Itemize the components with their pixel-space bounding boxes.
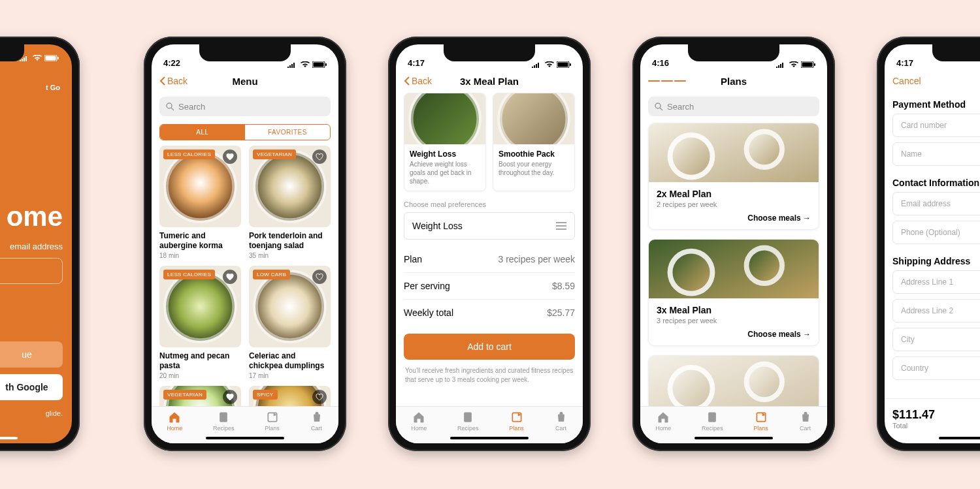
plan-card[interactable]: 2x Meal Plan 2 recipes per week Choose m… bbox=[648, 123, 819, 230]
preference-select[interactable]: Weight Loss bbox=[404, 212, 575, 240]
svg-point-35 bbox=[500, 93, 568, 144]
preference-card[interactable]: Weight LossAchieve weight loss goals and… bbox=[404, 93, 486, 191]
svg-rect-27 bbox=[268, 413, 276, 421]
continue-button[interactable]: ue bbox=[0, 341, 63, 368]
segment-all[interactable]: ALL bbox=[160, 125, 245, 140]
svg-point-56 bbox=[672, 370, 710, 406]
back-button[interactable]: Back bbox=[404, 76, 432, 86]
welcome-heading: ome bbox=[0, 201, 63, 232]
recipe-tag: VEGETARIAN bbox=[163, 390, 206, 400]
favorite-button[interactable] bbox=[223, 270, 237, 284]
tab-cart[interactable]: Cart bbox=[799, 411, 812, 432]
tab-plans[interactable]: Plans bbox=[265, 411, 280, 432]
country-field[interactable]: Country bbox=[892, 356, 980, 380]
status-time: 4:16 bbox=[652, 58, 669, 68]
tab-plans[interactable]: Plans bbox=[753, 411, 768, 432]
back-button[interactable]: Back bbox=[159, 76, 188, 86]
recipe-tag: LESS CALORIES bbox=[163, 150, 215, 159]
tab-home[interactable]: Home bbox=[167, 411, 182, 432]
name-field[interactable]: Name bbox=[892, 142, 980, 166]
cancel-button[interactable]: Cancel bbox=[892, 76, 921, 86]
email-field[interactable]: Email address bbox=[892, 192, 980, 215]
recipe-time: 17 min bbox=[249, 372, 331, 379]
preference-card[interactable]: Smoothie PackBoost your energy throughou… bbox=[493, 93, 575, 191]
plan-card[interactable]: 3x Meal Plan 3 recipes per week Choose m… bbox=[648, 239, 819, 346]
tab-cart[interactable]: Cart bbox=[555, 411, 568, 432]
plan-title: 3x Meal Plan bbox=[657, 305, 811, 315]
search-icon bbox=[655, 103, 663, 111]
plan-row: Per serving$8.59 bbox=[404, 273, 575, 300]
address1-field[interactable]: Address Line 1 bbox=[892, 270, 980, 294]
recipe-card[interactable]: LOW CARB Celeriac and chickpea dumplings… bbox=[249, 266, 331, 379]
tab-home[interactable]: Home bbox=[411, 411, 427, 432]
heart-icon bbox=[226, 153, 234, 161]
card-number-field[interactable]: Card number bbox=[892, 114, 980, 137]
svg-rect-30 bbox=[570, 63, 571, 66]
status-icons bbox=[532, 61, 571, 68]
favorite-button[interactable] bbox=[223, 150, 237, 164]
preference-title: Smoothie Pack bbox=[498, 150, 569, 159]
recipe-time: 20 min bbox=[159, 372, 241, 379]
favorite-button[interactable] bbox=[312, 270, 327, 284]
tab-home[interactable]: Home bbox=[655, 411, 671, 432]
svg-point-6 bbox=[167, 103, 172, 108]
address2-field[interactable]: Address Line 2 bbox=[892, 299, 980, 323]
section-contact: Contact Information bbox=[885, 171, 980, 192]
svg-rect-4 bbox=[314, 63, 324, 67]
svg-rect-38 bbox=[512, 413, 521, 421]
tab-plans[interactable]: Plans bbox=[509, 411, 524, 432]
svg-point-46 bbox=[672, 138, 710, 175]
recipe-card[interactable]: VEGETARIAN bbox=[159, 386, 241, 406]
heart-icon bbox=[226, 394, 234, 401]
favorite-button[interactable] bbox=[312, 150, 327, 164]
plan-card[interactable]: 5x Meal Plan 5 recipes per week bbox=[648, 355, 819, 406]
recipe-card[interactable]: VEGETARIAN Pork tenderloin and toenjang … bbox=[249, 146, 331, 259]
svg-line-7 bbox=[171, 108, 174, 110]
recipe-title: Nutmeg and pecan pasta bbox=[159, 351, 241, 371]
tab-recipes[interactable]: Recipes bbox=[702, 411, 723, 432]
recipe-card[interactable]: SPICY bbox=[249, 386, 331, 406]
svg-line-43 bbox=[660, 108, 662, 110]
phone-field[interactable]: Phone (Optional) bbox=[892, 221, 980, 244]
recipe-card[interactable]: LESS CALORIES Tumeric and aubergine korm… bbox=[159, 146, 241, 259]
tab-cart[interactable]: Cart bbox=[310, 411, 323, 432]
heart-icon bbox=[316, 153, 323, 161]
city-field[interactable]: City bbox=[892, 328, 980, 351]
status-icons bbox=[287, 61, 327, 68]
favorite-button[interactable] bbox=[223, 390, 237, 404]
favorite-button[interactable] bbox=[312, 390, 327, 404]
google-signin-button[interactable]: th Google bbox=[0, 374, 63, 400]
choose-meals-link[interactable]: Choose meals → bbox=[657, 213, 811, 223]
chevron-left-icon bbox=[404, 76, 410, 86]
email-input[interactable] bbox=[0, 258, 63, 284]
svg-rect-29 bbox=[558, 63, 568, 67]
status-icons bbox=[776, 61, 815, 68]
add-to-cart-button[interactable]: Add to cart bbox=[404, 334, 575, 360]
svg-rect-59 bbox=[709, 413, 717, 422]
page-title: 3x Meal Plan bbox=[460, 76, 519, 87]
recipe-tag: LESS CALORIES bbox=[163, 270, 215, 279]
svg-point-48 bbox=[749, 134, 779, 165]
recipe-tag: LOW CARB bbox=[253, 270, 290, 279]
segment-favorites[interactable]: FAVORITES bbox=[245, 125, 330, 140]
svg-point-42 bbox=[655, 103, 661, 108]
recipe-card[interactable]: LESS CALORIES Nutmeg and pecan pasta 20 … bbox=[159, 266, 241, 379]
svg-rect-2 bbox=[57, 57, 59, 59]
chevron-left-icon bbox=[159, 76, 166, 86]
preference-subtitle: Achieve weight loss goals and get back i… bbox=[410, 160, 480, 185]
search-input[interactable]: Search bbox=[159, 97, 331, 116]
svg-rect-26 bbox=[220, 413, 228, 422]
tab-recipes[interactable]: Recipes bbox=[213, 411, 235, 432]
search-input[interactable]: Search bbox=[648, 97, 819, 116]
status-time: 4:22 bbox=[163, 58, 180, 68]
plan-subtitle: 3 recipes per week bbox=[657, 317, 811, 324]
filter-segment[interactable]: ALL FAVORITES bbox=[159, 124, 331, 140]
tab-recipes[interactable]: Recipes bbox=[457, 411, 479, 432]
recipe-title: Celeriac and chickpea dumplings bbox=[249, 351, 331, 371]
choose-meals-link[interactable]: Choose meals → bbox=[657, 330, 811, 339]
recipe-time: 18 min bbox=[159, 252, 241, 259]
menu-button[interactable] bbox=[648, 78, 686, 84]
svg-rect-41 bbox=[814, 63, 815, 66]
svg-point-58 bbox=[749, 366, 779, 397]
section-shipping: Shipping Address bbox=[885, 249, 980, 270]
